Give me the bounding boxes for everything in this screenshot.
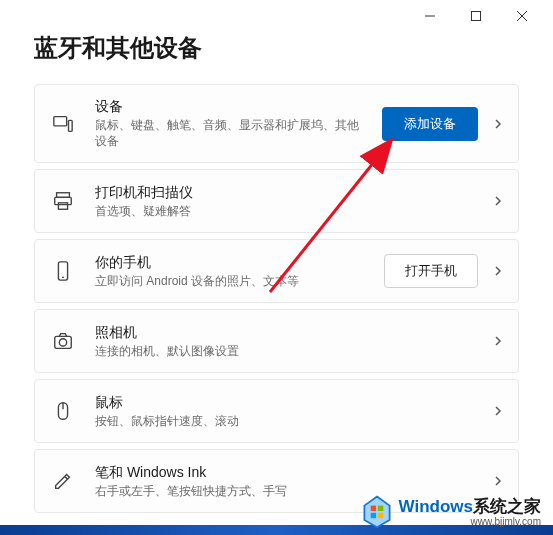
chevron-right-icon bbox=[492, 475, 504, 487]
watermark-logo-icon bbox=[359, 493, 395, 529]
svg-rect-6 bbox=[57, 193, 70, 198]
card-subtitle: 首选项、疑难解答 bbox=[95, 203, 478, 220]
svg-rect-5 bbox=[69, 120, 73, 131]
card-subtitle: 立即访问 Android 设备的照片、文本等 bbox=[95, 273, 372, 290]
printer-icon bbox=[49, 190, 77, 212]
page-title: 蓝牙和其他设备 bbox=[0, 32, 553, 84]
printers-card[interactable]: 打印机和扫描仪 首选项、疑难解答 bbox=[34, 169, 519, 233]
devices-icon bbox=[49, 113, 77, 135]
camera-icon bbox=[49, 330, 77, 352]
maximize-button[interactable] bbox=[453, 0, 499, 32]
card-title: 鼠标 bbox=[95, 393, 478, 413]
devices-card[interactable]: 设备 鼠标、键盘、触笔、音频、显示器和扩展坞、其他设备 添加设备 bbox=[34, 84, 519, 163]
chevron-right-icon bbox=[492, 265, 504, 277]
card-title: 照相机 bbox=[95, 323, 478, 343]
chevron-right-icon bbox=[492, 335, 504, 347]
card-body: 你的手机 立即访问 Android 设备的照片、文本等 bbox=[95, 253, 372, 289]
phone-icon bbox=[49, 260, 77, 282]
watermark-brand: Windows bbox=[399, 497, 473, 516]
card-body: 照相机 连接的相机、默认图像设置 bbox=[95, 323, 478, 359]
svg-rect-4 bbox=[54, 116, 67, 125]
chevron-right-icon bbox=[492, 405, 504, 417]
card-title: 笔和 Windows Ink bbox=[95, 463, 478, 483]
svg-rect-17 bbox=[370, 506, 375, 511]
open-phone-button[interactable]: 打开手机 bbox=[384, 254, 478, 288]
window-titlebar bbox=[0, 0, 553, 32]
settings-window: 蓝牙和其他设备 设备 鼠标、键盘、触笔、音频、显示器和扩展坞、其他设备 添加设备 bbox=[0, 0, 553, 535]
card-subtitle: 按钮、鼠标指针速度、滚动 bbox=[95, 413, 478, 430]
phone-card[interactable]: 你的手机 立即访问 Android 设备的照片、文本等 打开手机 bbox=[34, 239, 519, 303]
minimize-button[interactable] bbox=[407, 0, 453, 32]
svg-point-12 bbox=[59, 339, 66, 346]
mouse-icon bbox=[49, 400, 77, 422]
watermark-text: Windows系统之家 www.bjjmlv.com bbox=[399, 495, 541, 527]
card-body: 鼠标 按钮、鼠标指针速度、滚动 bbox=[95, 393, 478, 429]
camera-card[interactable]: 照相机 连接的相机、默认图像设置 bbox=[34, 309, 519, 373]
card-subtitle: 鼠标、键盘、触笔、音频、显示器和扩展坞、其他设备 bbox=[95, 117, 370, 151]
card-title: 设备 bbox=[95, 97, 370, 117]
card-body: 设备 鼠标、键盘、触笔、音频、显示器和扩展坞、其他设备 bbox=[95, 97, 370, 150]
chevron-right-icon bbox=[492, 195, 504, 207]
settings-list: 设备 鼠标、键盘、触笔、音频、显示器和扩展坞、其他设备 添加设备 打印机和扫描仪… bbox=[0, 84, 553, 513]
svg-rect-18 bbox=[377, 506, 382, 511]
chevron-right-icon bbox=[492, 118, 504, 130]
close-button[interactable] bbox=[499, 0, 545, 32]
svg-line-15 bbox=[65, 477, 68, 480]
svg-rect-7 bbox=[55, 198, 72, 205]
card-title: 你的手机 bbox=[95, 253, 372, 273]
card-subtitle: 连接的相机、默认图像设置 bbox=[95, 343, 478, 360]
svg-rect-19 bbox=[370, 513, 375, 518]
watermark-suffix: 系统之家 bbox=[473, 497, 541, 516]
svg-rect-8 bbox=[58, 203, 67, 209]
card-body: 打印机和扫描仪 首选项、疑难解答 bbox=[95, 183, 478, 219]
svg-rect-1 bbox=[472, 12, 481, 21]
watermark: Windows系统之家 www.bjjmlv.com bbox=[0, 487, 553, 535]
mouse-card[interactable]: 鼠标 按钮、鼠标指针速度、滚动 bbox=[34, 379, 519, 443]
svg-rect-20 bbox=[377, 513, 382, 518]
add-device-button[interactable]: 添加设备 bbox=[382, 107, 478, 141]
card-title: 打印机和扫描仪 bbox=[95, 183, 478, 203]
